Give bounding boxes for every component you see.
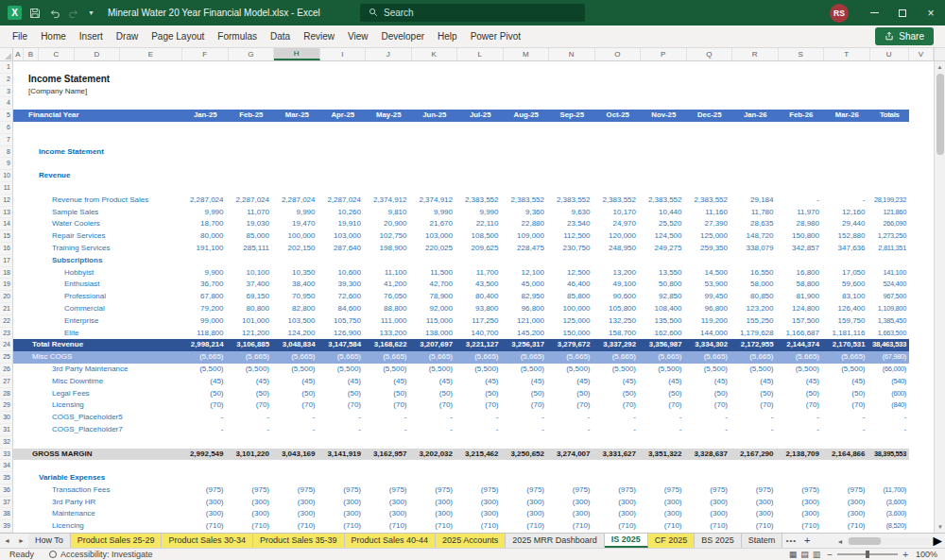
cell[interactable]: Totals [870,110,910,122]
cell[interactable] [549,255,595,267]
cell[interactable]: 115,000 [412,315,458,328]
row-header-14[interactable]: 14 [0,218,13,230]
cell[interactable]: (300) [320,508,367,520]
cell[interactable]: 2,138,709 [779,449,825,461]
column-header-V[interactable]: V [909,48,934,60]
cell[interactable] [549,460,595,472]
cell[interactable] [366,134,412,146]
cell[interactable] [732,170,779,182]
cell[interactable] [457,86,504,98]
cell[interactable]: (5,500) [779,364,825,376]
cell[interactable] [457,158,504,170]
cell[interactable]: 1,166,687 [779,328,825,340]
cell[interactable]: (710) [457,520,504,533]
cell[interactable]: 144,000 [687,328,733,340]
cell[interactable]: Mar-26 [824,110,870,122]
cell[interactable] [229,74,275,86]
zoom-level[interactable]: 100% [915,550,937,559]
cell[interactable]: (300) [320,497,367,509]
cell[interactable] [182,472,229,484]
cell[interactable] [870,182,910,195]
cell[interactable] [687,74,733,86]
cell[interactable] [229,182,275,195]
cell[interactable] [457,97,504,110]
cell[interactable]: - [687,424,733,436]
cell[interactable] [182,86,229,98]
cell[interactable]: 9,360 [504,207,550,219]
cell[interactable] [274,158,320,170]
cell[interactable]: 99,450 [687,291,733,303]
cell[interactable] [595,146,642,159]
cell[interactable]: (300) [274,497,320,509]
cell[interactable]: 10,440 [641,207,687,219]
cell[interactable] [595,158,642,170]
cell[interactable]: 38,395,553 [870,449,910,461]
cell[interactable]: - [182,424,229,436]
ribbon-tab-file[interactable]: File [6,25,34,47]
cell[interactable]: 29,184 [732,195,779,207]
cell[interactable]: (50) [366,388,412,400]
cell[interactable]: 3,221,127 [457,339,504,351]
cell[interactable]: (710) [320,520,367,533]
cell[interactable]: 342,857 [779,243,825,255]
cell[interactable] [687,122,733,134]
cell[interactable]: - [457,412,504,424]
cell[interactable] [824,158,870,170]
cell[interactable]: 80,800 [229,303,275,315]
cell[interactable] [732,460,779,472]
cell[interactable] [504,122,550,134]
sheet-tab-2025-mrr-dashboard[interactable]: 2025 MRR Dashboard [506,534,605,548]
cell[interactable] [366,170,412,182]
cell[interactable]: (975) [229,484,275,497]
cell[interactable]: 96,800 [687,303,733,315]
sheet-tab-product-sales-30-34[interactable]: Product Sales 30-34 [162,534,253,548]
cell[interactable]: 101,000 [229,315,275,328]
cell[interactable]: (300) [687,497,733,509]
cell[interactable] [504,170,550,182]
cell[interactable] [457,472,504,484]
cell[interactable]: 9,990 [457,207,504,219]
cell[interactable]: 84,600 [320,303,367,315]
cell[interactable]: (5,500) [641,364,687,376]
cell[interactable] [412,182,458,195]
sheet-nav-right-icon[interactable]: ► [14,534,28,548]
row-label-cell[interactable]: Revenue [13,170,182,182]
cell[interactable] [641,255,687,267]
ribbon-tab-insert[interactable]: Insert [73,25,110,47]
cell[interactable] [641,61,687,74]
row-label-cell[interactable]: Elite [13,328,182,340]
cell[interactable]: 58,000 [732,279,779,291]
cell[interactable] [641,74,687,86]
cell[interactable]: - [366,424,412,436]
row-label-cell[interactable]: Professional [13,291,182,303]
cell[interactable]: 28,199,232 [870,195,910,207]
cell[interactable]: (50) [824,388,870,400]
cell[interactable]: (5,500) [595,364,642,376]
cell[interactable]: (5,500) [229,364,275,376]
cell[interactable] [366,460,412,472]
cell[interactable]: (5,500) [549,364,595,376]
cell[interactable]: 202,150 [274,243,320,255]
row-header-29[interactable]: 29 [0,399,13,412]
cell[interactable]: 126,400 [824,303,870,315]
cell[interactable] [549,61,595,74]
cell[interactable]: 3,215,462 [457,449,504,461]
cell[interactable]: - [412,424,458,436]
row-header-13[interactable]: 13 [0,207,13,219]
cell[interactable]: 19,910 [320,218,367,230]
column-header-D[interactable]: D [75,48,120,60]
cell[interactable] [870,436,910,449]
column-header-H[interactable]: H [274,48,320,60]
cell[interactable]: (45) [366,376,412,388]
cell[interactable]: Jun-25 [412,110,458,122]
cell[interactable]: 3,279,672 [549,339,595,351]
cell[interactable]: (300) [229,508,275,520]
cell[interactable]: May-25 [366,110,412,122]
horizontal-scrollbar-thumb[interactable] [849,537,881,545]
cell[interactable]: (975) [732,484,779,497]
cell[interactable]: (45) [320,376,367,388]
cell[interactable] [779,97,825,110]
row-header-39[interactable]: 39 [0,520,13,533]
cell[interactable]: (300) [641,497,687,509]
cell[interactable]: (45) [229,376,275,388]
